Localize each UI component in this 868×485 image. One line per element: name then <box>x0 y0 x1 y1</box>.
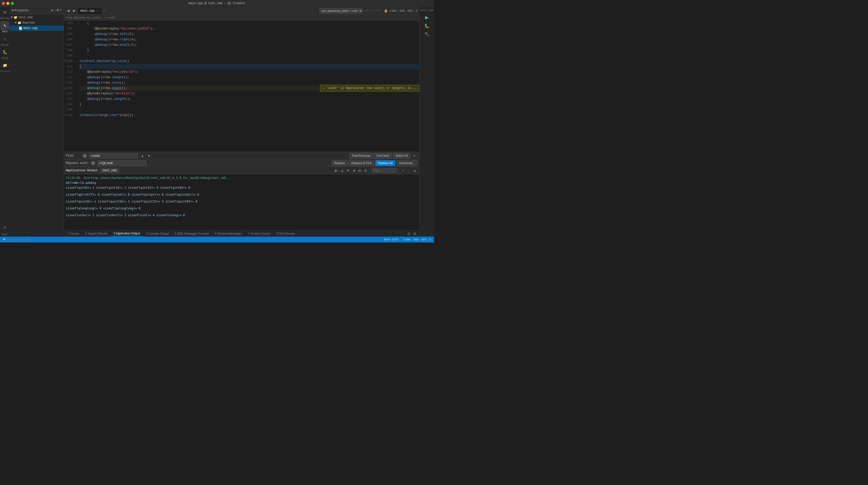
stop-bottom-button[interactable]: ■ <box>351 168 356 173</box>
minimize-button[interactable] <box>6 2 9 5</box>
breadcrumb: test_qbytearray_size() -> void <box>64 15 419 21</box>
split-icon[interactable]: ⧉ <box>57 9 59 12</box>
ln-107: 107 <box>64 42 75 48</box>
replace-input[interactable] <box>97 160 147 166</box>
find-prev-button[interactable]: Find Previous <box>349 153 373 159</box>
code-line-105: qDebug()<<ba.left(5); <box>80 31 419 37</box>
output-line-0: 11:32:02: Starting /Users/hackerx/Deskto… <box>66 175 417 180</box>
output-line-6: sizeof(uchar)= 1 sizeof(ushort)= 2 sizeo… <box>66 213 417 218</box>
project-panel-header: ▼ Projects ⚙ — ⧉ × <box>10 7 64 14</box>
project-tree: ▼ 📁 test_cmd ▼ 📁 Sources 📄 main.cpp <box>10 14 64 236</box>
collapse-icon[interactable]: — <box>54 9 56 12</box>
close-button[interactable] <box>2 2 5 5</box>
tab-bar: main.cpp × # <box>78 8 318 14</box>
replace-clear-button[interactable]: × <box>91 161 95 165</box>
sidebar-item-debug[interactable]: 🐛 <box>0 48 9 57</box>
find-nav-down-button[interactable]: ▼ <box>147 153 151 158</box>
code-content[interactable]: { QByteArray ba("HelloWorld2023"); qDebu… <box>78 21 419 152</box>
settings-bottom-button[interactable]: ⚙ <box>363 168 368 173</box>
output-line-1: HelloWorld-qdebug <box>66 180 417 185</box>
sidebar-label-debug: Debug <box>1 57 8 60</box>
status-right: Unix (LF) Line: 118, Col: 2 <box>383 236 432 243</box>
function-selector[interactable]: test_qbytearray_size() -> void <box>319 8 363 13</box>
sidebar-item-design[interactable]: ◻ <box>0 34 9 43</box>
replace-find-button[interactable]: Replace & Find <box>349 160 374 166</box>
output-empty-4 <box>66 211 417 213</box>
ln-115: ⚠115 <box>64 86 75 91</box>
filter-input[interactable] <box>372 168 397 173</box>
advanced-button[interactable]: Advanced... <box>396 160 417 166</box>
ln-112: 112 <box>64 69 75 75</box>
nav-down-bottom-button[interactable]: ▼ <box>345 168 350 173</box>
output-area: 11:32:02: Starting /Users/hackerx/Deskto… <box>64 174 419 230</box>
tree-label-main-cpp: main.cpp <box>23 27 38 30</box>
bottom-tab-test_cmd[interactable]: test_cmd <box>100 168 119 173</box>
debug-right-button[interactable]: 🐛 <box>423 22 431 30</box>
zoom-out-button[interactable]: − <box>406 168 411 173</box>
status-position[interactable]: Line: 118, Col: 2 <box>403 236 432 243</box>
code-line-118: } <box>80 102 419 107</box>
btab-issues[interactable]: 1 Issues <box>66 231 82 236</box>
close-btabs-button[interactable]: ⊟ <box>406 231 411 236</box>
editor-toolbar: ◀ ▶ main.cpp × # test_qbytearray_size() … <box>64 7 419 15</box>
sidebar-item-help[interactable]: ? <box>0 224 9 233</box>
btab-compile-output[interactable]: 4 Compile Output <box>144 231 171 236</box>
status-encoding[interactable]: Unix (LF) <box>383 236 399 243</box>
maximize-button[interactable] <box>11 2 14 5</box>
find-clear-button[interactable]: × <box>83 154 87 158</box>
titlebar: main.cpp @ test_cmd - Qt Creator <box>0 0 434 7</box>
window-controls[interactable] <box>2 2 14 5</box>
ln-116: 116 <box>64 91 75 96</box>
find-nav-up-button[interactable]: ▲ <box>140 153 145 158</box>
code-editor[interactable]: 103 104 105 106 107 108 109 ▼110 111 112… <box>64 21 419 152</box>
zoom-in-button[interactable]: + <box>401 168 405 173</box>
skip-button[interactable]: ⏭ <box>357 168 362 173</box>
locate-input[interactable] <box>7 238 46 241</box>
find-input[interactable] <box>89 153 138 159</box>
bottom-panel-title: Application Output <box>66 169 98 172</box>
search-icon: 🔍 <box>3 238 6 241</box>
tree-item-sources[interactable]: ▼ 📁 Sources <box>10 20 64 26</box>
replace-all-button[interactable]: Replace All <box>375 160 395 166</box>
tab-close-button[interactable]: × <box>96 9 99 12</box>
btab-test-results[interactable]: 8 Test Results <box>274 231 297 236</box>
nav-forward-button[interactable]: ▶ <box>72 8 77 13</box>
tree-item-main-cpp[interactable]: 📄 main.cpp <box>10 26 64 31</box>
nav-up-bottom-button[interactable]: ▲ <box>340 168 345 173</box>
bottom-tab-label: test_cmd <box>102 169 117 172</box>
code-line-109 <box>80 53 419 59</box>
expand-btabs-button[interactable]: ⊞ <box>412 231 417 236</box>
replace-button[interactable]: Replace <box>332 160 348 166</box>
btab-qml-debugger[interactable]: 5 QML Debugger Console <box>172 231 211 236</box>
find-close-button[interactable]: × <box>411 153 417 159</box>
btab-search-results[interactable]: 2 Search Results <box>83 231 110 236</box>
tree-label-sources: Sources <box>22 21 35 25</box>
project-panel-title: Projects <box>14 9 29 12</box>
encoding-label: Unix (LF) <box>365 9 382 12</box>
tree-item-test_cmd[interactable]: ▼ 📁 test_cmd <box>10 15 64 20</box>
sidebar-item-welcome[interactable]: ⊞ <box>0 8 9 17</box>
nav-back-button[interactable]: ◀ <box>66 8 71 13</box>
btab-application-output[interactable]: 3 Application Output <box>111 231 142 236</box>
editor-tab-main-cpp[interactable]: main.cpp × <box>78 8 102 14</box>
close-panel-icon[interactable]: × <box>60 9 62 12</box>
sidebar-item-edit[interactable]: ✎ <box>0 21 9 30</box>
position-label: Line: 118, Col: 2 <box>390 9 417 12</box>
run-right-button[interactable]: ▶ <box>423 14 431 21</box>
btab-general-messages[interactable]: 6 General Messages <box>212 231 245 236</box>
run-bottom-button[interactable]: ▶ <box>334 168 339 173</box>
filter-icon[interactable]: ⚙ <box>51 9 53 12</box>
bottom-toolbar: Application Output test_cmd ▶ ▲ ▼ ■ ⏭ ⚙ … <box>64 167 419 174</box>
project-panel: ▼ Projects ⚙ — ⧉ × ▼ 📁 test_cmd ▼ 📁 Sour… <box>10 7 64 236</box>
sidebar-item-projects[interactable]: 📁 <box>0 61 9 70</box>
replace-bar: Replace with: × Replace Replace & Find R… <box>64 159 419 166</box>
code-line-104: QByteArray ba("HelloWorld2023"); <box>80 26 419 31</box>
build-right-button[interactable]: 🔨 <box>423 30 431 38</box>
status-locate[interactable]: 🔍 <box>2 236 48 243</box>
select-all-button[interactable]: Select All <box>393 153 410 159</box>
code-line-108: } <box>80 48 419 53</box>
find-next-button[interactable]: Find Next <box>374 153 392 159</box>
output-line-5: sizeof(qlonglong)= 8 sizeof(qulonglong)=… <box>66 206 417 211</box>
collapse-bottom-button[interactable]: ▲ <box>412 168 417 173</box>
btab-version-control[interactable]: 7 Version Control <box>246 231 273 236</box>
